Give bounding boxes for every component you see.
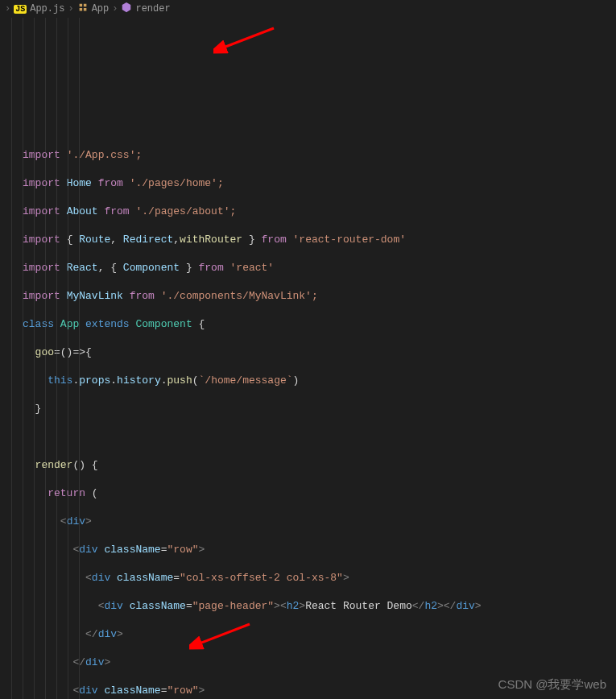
code-line[interactable]: return ( [23,486,616,501]
js-file-icon: JS [14,5,27,14]
code-line[interactable]: import React, { Component } from 'react' [23,261,616,275]
code-editor[interactable]: import './App.css'; import Home from './… [0,18,616,699]
code-line[interactable]: import { Route, Redirect,withRouter } fr… [23,233,616,247]
code-line[interactable]: import Home from './pages/home'; [23,176,616,191]
code-line[interactable]: </div> [23,627,616,642]
breadcrumb: › JS App.js › App › render [0,0,616,18]
chevron-right-icon: › [5,3,10,14]
breadcrumb-method[interactable]: render [135,3,170,14]
class-icon [77,2,89,16]
code-line[interactable]: </div> [23,656,616,670]
code-line[interactable]: import MyNavLink from './components/MyNa… [23,289,616,304]
code-line[interactable]: import About from './pages/about'; [23,205,616,219]
code-line[interactable]: import './App.css'; [23,148,616,163]
code-line[interactable]: } [23,402,616,416]
breadcrumb-class[interactable]: App [92,3,110,14]
code-line[interactable]: goo=()=>{ [23,345,616,360]
chevron-right-icon: › [68,3,73,14]
chevron-right-icon: › [112,3,118,14]
code-line[interactable]: <div className="row"> [23,543,616,557]
code-line[interactable]: <div className="page-header"><h2>React R… [23,599,616,614]
code-line[interactable] [23,430,616,445]
code-line[interactable]: class App extends Component { [23,317,616,332]
code-line[interactable]: render() { [23,458,616,473]
breadcrumb-file[interactable]: App.js [30,3,64,14]
code-line[interactable]: <div className="col-xs-offset-2 col-xs-8… [23,571,616,585]
watermark: CSDN @我要学web [498,677,606,693]
method-icon [121,2,132,16]
code-line[interactable]: <div> [23,515,616,529]
code-line[interactable]: this.props.history.push(`/home/message`) [23,374,616,388]
